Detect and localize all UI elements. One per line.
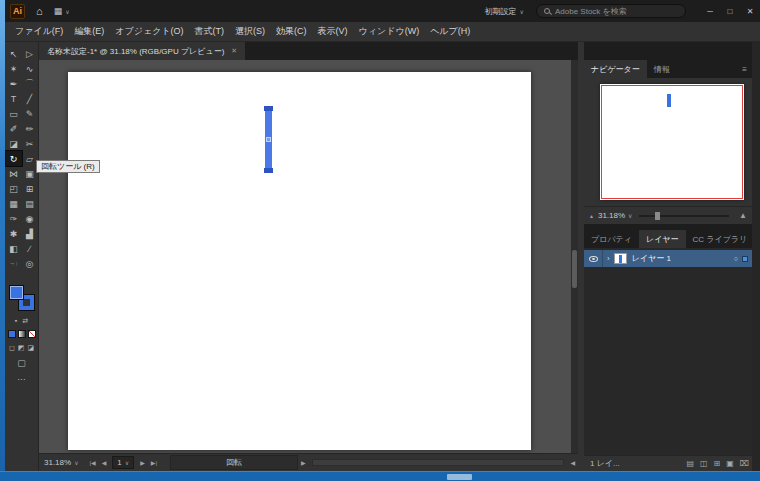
zoom-tool[interactable]: ◎: [22, 256, 38, 271]
layer-selection-chip[interactable]: [742, 256, 748, 262]
gradient-tool[interactable]: ▤: [22, 196, 38, 211]
zoom-slider[interactable]: [639, 215, 730, 217]
scroll-right-arrow-icon[interactable]: ▶: [301, 459, 306, 466]
navigator-thumbnail[interactable]: [600, 84, 744, 200]
default-colors-icon[interactable]: ▪: [15, 317, 17, 325]
menu-window[interactable]: ウィンドウ(W): [359, 25, 420, 38]
workspace-switcher[interactable]: 初期設定 ∨: [485, 6, 524, 17]
draw-inside-icon[interactable]: ◪: [27, 344, 34, 352]
arrange-documents-button[interactable]: ▦ ∨: [54, 6, 70, 16]
zoom-slider-thumb[interactable]: [655, 212, 660, 220]
make-clipping-mask-icon[interactable]: ◫: [700, 459, 708, 468]
tab-layers[interactable]: レイヤー: [639, 230, 686, 248]
none-button[interactable]: [28, 330, 36, 338]
menu-edit[interactable]: 編集(E): [74, 25, 104, 38]
scroll-left-arrow-icon[interactable]: ◀: [570, 459, 575, 466]
layer-target-icon[interactable]: ○: [734, 255, 738, 262]
horizontal-scrollbar-thumb[interactable]: [313, 460, 563, 465]
column-graph-tool[interactable]: ▟: [22, 226, 38, 241]
close-tab-icon[interactable]: ✕: [231, 47, 237, 55]
first-artboard-button[interactable]: |◀: [90, 459, 96, 466]
zoom-level-dropdown[interactable]: 31.18% ∨: [44, 458, 79, 467]
zoom-in-icon[interactable]: ▲: [739, 211, 747, 220]
selection-handle-bottom[interactable]: [264, 168, 273, 173]
mesh-tool[interactable]: ▦: [6, 196, 22, 211]
draw-behind-icon[interactable]: ◩: [18, 344, 25, 352]
selected-rectangle[interactable]: [265, 108, 272, 171]
collect-for-export-icon[interactable]: ▤: [686, 459, 694, 468]
artboard-tool[interactable]: ◧: [6, 241, 22, 256]
navigator-zoom-value[interactable]: 31.18%: [598, 211, 625, 220]
last-artboard-button[interactable]: ▶|: [151, 459, 157, 466]
artboard[interactable]: [68, 72, 531, 450]
type-tool[interactable]: T: [6, 91, 22, 106]
minimize-button[interactable]: ─: [700, 0, 720, 22]
horizontal-scrollbar[interactable]: [312, 459, 565, 466]
windows-taskbar[interactable]: [0, 471, 760, 481]
draw-normal-icon[interactable]: ◻: [9, 344, 15, 352]
rotate-tool[interactable]: ↻: [6, 151, 22, 166]
scissors-tool[interactable]: ✂: [22, 136, 38, 151]
pen-tool[interactable]: ✒: [6, 76, 22, 91]
selection-handle-top[interactable]: [264, 106, 273, 111]
tab-info[interactable]: 情報: [647, 60, 677, 78]
tab-properties[interactable]: プロパティ: [584, 230, 639, 248]
canvas[interactable]: [39, 60, 578, 453]
menu-type[interactable]: 書式(T): [195, 25, 225, 38]
new-sublayer-icon[interactable]: ⊞: [714, 459, 721, 468]
eyedropper-tool[interactable]: ✑: [6, 211, 22, 226]
layer-name[interactable]: レイヤー 1: [632, 253, 734, 264]
stock-search-field[interactable]: Adobe Stock を検索: [536, 4, 686, 18]
tab-navigator[interactable]: ナビゲーター: [584, 60, 647, 78]
selection-tool[interactable]: ↖: [6, 46, 22, 61]
swap-colors-icon[interactable]: ⇄: [22, 317, 28, 325]
screen-mode-icon[interactable]: ▢: [17, 358, 26, 368]
menu-select[interactable]: 選択(S): [235, 25, 265, 38]
curvature-tool[interactable]: ⌒: [22, 76, 38, 91]
selection-center-point[interactable]: [266, 137, 271, 142]
menu-file[interactable]: ファイル(F): [15, 25, 63, 38]
previous-artboard-button[interactable]: ◀: [102, 459, 107, 466]
color-button[interactable]: [8, 330, 16, 338]
artboard-number-field[interactable]: 1 ∨: [112, 456, 134, 469]
tab-cc-libraries[interactable]: CC ライブラリ: [686, 230, 755, 248]
rectangle-tool[interactable]: ▭: [6, 106, 22, 121]
taskbar-app-button[interactable]: [447, 474, 472, 480]
line-tool[interactable]: ╱: [22, 91, 38, 106]
pencil-tool[interactable]: ✏: [22, 121, 38, 136]
next-artboard-button[interactable]: ▶: [140, 459, 145, 466]
hand-tool[interactable]: ☜: [6, 256, 22, 271]
panel-menu-icon[interactable]: ≡: [742, 65, 747, 74]
paintbrush-tool[interactable]: ✎: [22, 106, 38, 121]
home-icon[interactable]: ⌂: [36, 6, 43, 17]
maximize-button[interactable]: □: [720, 0, 740, 22]
delete-layer-icon[interactable]: ⌧: [740, 459, 749, 468]
shape-builder-tool[interactable]: ◰: [6, 181, 22, 196]
illustrator-logo-icon[interactable]: Ai: [10, 4, 25, 19]
fill-color-swatch[interactable]: [9, 285, 24, 300]
new-layer-icon[interactable]: ▣: [726, 459, 734, 468]
perspective-grid-tool[interactable]: ⊞: [22, 181, 38, 196]
layer-thumbnail[interactable]: [614, 253, 627, 264]
shaper-tool[interactable]: ✐: [6, 121, 22, 136]
menu-effect[interactable]: 効果(C): [276, 25, 307, 38]
lasso-tool[interactable]: ∿: [22, 61, 38, 76]
gradient-button[interactable]: [18, 330, 26, 338]
navigator-proxy-view[interactable]: [601, 85, 743, 199]
document-tab[interactable]: 名称未設定-1* @ 31.18% (RGB/GPU プレビュー) ✕: [39, 42, 245, 60]
magic-wand-tool[interactable]: ✶: [6, 61, 22, 76]
symbol-sprayer-tool[interactable]: ✱: [6, 226, 22, 241]
direct-selection-tool[interactable]: ▷: [22, 46, 38, 61]
edit-toolbar-icon[interactable]: …: [17, 372, 26, 382]
vertical-scrollbar[interactable]: [571, 60, 578, 453]
slice-tool[interactable]: ∕: [22, 241, 38, 256]
menu-object[interactable]: オブジェクト(O): [115, 25, 183, 38]
eraser-tool[interactable]: ◪: [6, 136, 22, 151]
visibility-eye-icon[interactable]: [589, 256, 598, 262]
layer-row[interactable]: › レイヤー 1 ○: [584, 250, 752, 267]
expand-chevron-icon[interactable]: ›: [607, 254, 610, 263]
menu-view[interactable]: 表示(V): [318, 25, 348, 38]
width-tool[interactable]: ⋈: [6, 166, 22, 181]
zoom-out-icon[interactable]: ▲: [589, 213, 594, 219]
menu-help[interactable]: ヘルプ(H): [430, 25, 470, 38]
